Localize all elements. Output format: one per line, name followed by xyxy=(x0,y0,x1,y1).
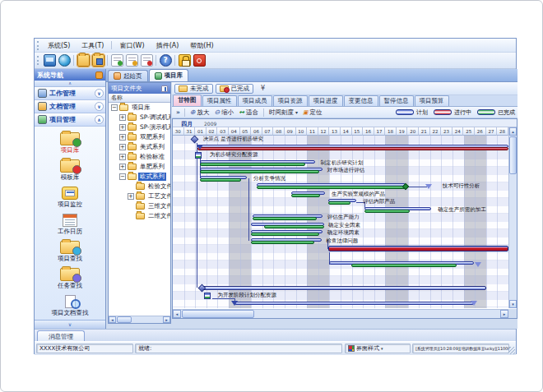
report-delete-icon[interactable] xyxy=(141,54,153,67)
sidebar-item-4[interactable]: 项目查找 xyxy=(35,241,105,266)
gantt-bar[interactable] xyxy=(257,183,406,189)
resize-grip[interactable] xyxy=(508,347,515,354)
gantt-bar[interactable] xyxy=(251,223,323,228)
scroll-left-icon[interactable]: ◂ xyxy=(173,310,181,318)
collapse-icon[interactable]: − xyxy=(119,173,126,180)
document-tab-0[interactable]: 起始页 xyxy=(108,70,148,81)
hscroll-thumb[interactable] xyxy=(182,310,254,318)
locate-button[interactable]: 定位 xyxy=(300,108,325,118)
gantt-bar[interactable] xyxy=(234,301,474,307)
vscroll-thumb[interactable] xyxy=(509,136,517,174)
filter-button-0[interactable]: 未完成 xyxy=(174,84,213,94)
expand-icon[interactable]: + xyxy=(119,114,126,121)
help-icon[interactable] xyxy=(160,54,172,67)
folder-view-icon[interactable] xyxy=(92,54,104,67)
gantt-hscrollbar[interactable]: ◂ ▸ xyxy=(173,309,508,318)
content-tab-7[interactable]: 项目预算 xyxy=(415,95,449,106)
tree-node-0[interactable]: −项目库 xyxy=(109,103,170,113)
folder-open-icon[interactable] xyxy=(77,54,90,67)
expand-icon[interactable]: + xyxy=(128,193,134,200)
lock-icon[interactable] xyxy=(179,54,191,67)
gantt-bar[interactable] xyxy=(328,246,508,251)
exit-icon[interactable] xyxy=(193,54,206,67)
sidebar-item-0[interactable]: 项目库 xyxy=(35,132,105,158)
sidebar-item-2[interactable]: 项目监控 xyxy=(35,187,105,212)
scroll-left-icon[interactable]: ◂ xyxy=(109,316,116,323)
gantt-bar[interactable] xyxy=(200,168,323,173)
time-scale-dropdown[interactable]: 时间刻度▾ xyxy=(267,108,300,118)
sidebar-group-1[interactable]: 文档管理∨ xyxy=(35,100,105,113)
tree-node-6[interactable]: +单肥系列 xyxy=(109,162,170,172)
content-tab-5[interactable]: 变更信息 xyxy=(344,95,378,106)
gantt-bar[interactable] xyxy=(251,230,323,236)
expand-icon[interactable]: + xyxy=(119,164,126,170)
report-new-icon[interactable] xyxy=(111,54,123,67)
milestone-task-icon[interactable] xyxy=(195,152,202,159)
tree-node-9[interactable]: +工艺文件 xyxy=(109,191,170,201)
scroll-down-icon[interactable]: ▾ xyxy=(509,300,517,308)
gantt-bar[interactable] xyxy=(291,191,325,197)
menu-item-2[interactable]: 窗口(W) xyxy=(114,40,150,51)
zoom-in-button[interactable]: 放大 xyxy=(188,108,212,118)
menu-item-3[interactable]: 插件(A) xyxy=(151,40,185,51)
tree-node-2[interactable]: +SP-演示机系列 xyxy=(109,122,170,132)
filter-more-button[interactable]: ¥ xyxy=(261,85,265,92)
sidebar-item-1[interactable]: 模板库 xyxy=(35,159,105,185)
filter-button-1[interactable]: 已完成 xyxy=(216,84,254,94)
tab-message-management[interactable]: 消息管理 xyxy=(37,330,85,342)
tree-node-1[interactable]: +SP-调试机系列 xyxy=(109,113,170,122)
sidebar-collapse-strip[interactable]: ∧ xyxy=(35,81,105,87)
gantt-bar[interactable] xyxy=(202,285,485,291)
tree-node-3[interactable]: +双肥系列 xyxy=(109,132,170,142)
gantt-bar[interactable] xyxy=(329,261,473,267)
scroll-right-icon[interactable]: ▸ xyxy=(163,316,170,323)
sidebar-group-0[interactable]: 工作管理∨ xyxy=(35,87,105,100)
scroll-up-icon[interactable]: ▴ xyxy=(509,127,517,136)
scroll-right-icon[interactable]: ▸ xyxy=(500,310,508,318)
menu-item-4[interactable]: 帮助(H) xyxy=(184,40,219,51)
expand-icon[interactable]: + xyxy=(119,154,126,160)
gantt-bar[interactable] xyxy=(200,176,247,182)
gantt-vscrollbar[interactable]: ▴ ▾ xyxy=(508,127,517,308)
gantt-bar[interactable] xyxy=(253,214,323,220)
fit-button[interactable]: 适合 xyxy=(236,108,261,118)
gantt-bar[interactable] xyxy=(328,199,356,205)
expand-icon[interactable]: + xyxy=(119,144,126,150)
gantt-bar[interactable] xyxy=(364,207,432,213)
document-tab-1[interactable]: 项目库 xyxy=(149,69,189,81)
tree-node-11[interactable]: 二维文件 xyxy=(109,211,170,221)
sidebar-item-3[interactable]: 工作日历 xyxy=(35,214,105,239)
content-tab-6[interactable]: 暂停信息 xyxy=(379,95,414,106)
gantt-bar[interactable] xyxy=(197,145,508,150)
collapse-icon[interactable]: − xyxy=(111,104,118,111)
menu-item-1[interactable]: 工具(T) xyxy=(76,40,109,51)
menu-item-0[interactable]: 系统(S) xyxy=(42,40,76,51)
report-open-icon[interactable] xyxy=(126,54,138,67)
chevron-down-icon[interactable]: ∨ xyxy=(95,89,104,98)
sidebar-item-5[interactable]: 任务查找 xyxy=(35,268,105,293)
sidebar-bottom-strip[interactable]: ∨ xyxy=(35,320,105,329)
zoom-out-button[interactable]: 缩小 xyxy=(212,108,237,118)
content-tab-1[interactable]: 项目属性 xyxy=(202,95,237,106)
gantt-bar[interactable] xyxy=(251,238,322,244)
milestone-task-icon[interactable] xyxy=(204,293,211,299)
content-tab-3[interactable]: 项目资源 xyxy=(273,95,308,106)
gantt-bar[interactable] xyxy=(200,160,315,166)
tree-node-5[interactable]: +检验标准 xyxy=(109,152,170,162)
tree-column-header[interactable]: 名称 xyxy=(109,94,170,103)
content-tab-2[interactable]: 项目成员 xyxy=(238,95,272,106)
sidebar-item-6[interactable]: 项目文档查找 xyxy=(35,295,105,321)
content-tab-4[interactable]: 项目进度 xyxy=(309,95,343,106)
toolbar-overflow-button[interactable]: » xyxy=(174,108,182,116)
system-icon[interactable] xyxy=(44,54,56,67)
tree-node-8[interactable]: 检验文件 xyxy=(109,182,170,191)
ui-style-selector[interactable]: 界面样式▾ xyxy=(345,344,411,353)
tree-node-4[interactable]: +美式系列 xyxy=(109,142,170,152)
tree-node-7[interactable]: −欧式系列 xyxy=(109,172,170,182)
chevron-up-icon[interactable]: ∧ xyxy=(95,115,104,124)
tree-hscroll-thumb[interactable] xyxy=(117,316,132,323)
tree-node-10[interactable]: 三维文件 xyxy=(109,201,170,211)
pin-icon[interactable] xyxy=(161,85,168,92)
expand-icon[interactable]: + xyxy=(119,134,126,141)
sidebar-group-2[interactable]: 项目管理∧ xyxy=(35,113,105,127)
